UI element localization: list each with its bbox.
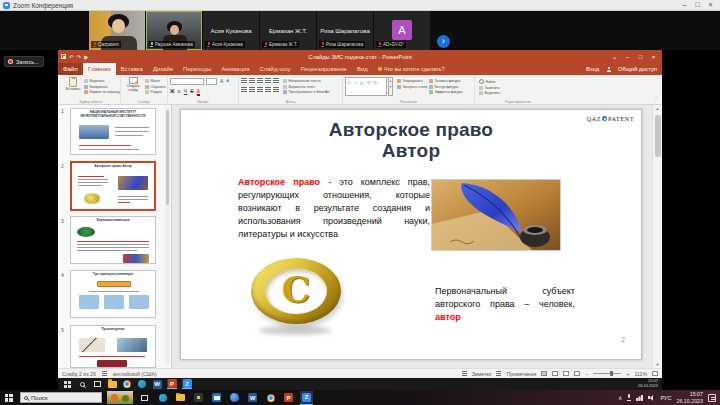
indent-decrease-icon[interactable] — [257, 78, 263, 83]
weather-widget[interactable] — [107, 391, 133, 404]
indent-increase-icon[interactable] — [265, 78, 271, 83]
volume-icon[interactable] — [648, 395, 655, 401]
arrange-button[interactable]: Упорядочить — [397, 79, 427, 83]
undo-icon[interactable]: ↶ — [69, 54, 74, 60]
font-name-select[interactable]: ⌄ — [170, 78, 204, 85]
justify-icon[interactable] — [265, 87, 271, 92]
find-button[interactable]: Найти — [479, 79, 500, 84]
slide-scrollbar[interactable]: ▲ ▼ — [652, 105, 662, 368]
shared-word-icon[interactable]: W — [152, 379, 162, 389]
taskbar-clock[interactable]: 15:07 26.10.2023 — [676, 391, 703, 404]
zoom-out-icon[interactable]: − — [585, 371, 588, 377]
scroll-down-icon[interactable]: ▼ — [653, 362, 662, 367]
slide-thumbnail-5[interactable]: Произведение — [70, 325, 156, 368]
fit-slide-icon[interactable] — [652, 371, 658, 376]
ppt-minimize-icon[interactable]: – — [622, 54, 633, 60]
shapes-gallery-scroll[interactable]: ▲▼ — [388, 77, 393, 96]
minimize-icon[interactable]: – — [678, 0, 691, 10]
tab-insert[interactable]: Вставка — [116, 63, 148, 75]
align-center-icon[interactable] — [249, 87, 255, 92]
quick-styles-button[interactable]: Экспресс-стили — [397, 85, 427, 89]
shared-zoom-icon[interactable]: Z — [182, 379, 192, 389]
text-direction-button[interactable]: Направление текста — [283, 79, 330, 83]
quill-pen-image[interactable] — [431, 179, 561, 251]
numbering-icon[interactable] — [249, 78, 255, 83]
font-size-select[interactable] — [206, 78, 217, 85]
ppt-restore-icon[interactable]: □ — [635, 54, 646, 60]
tab-transitions[interactable]: Переходы — [178, 63, 216, 75]
edge-icon[interactable] — [156, 391, 169, 405]
italic-button[interactable]: К — [178, 89, 181, 94]
scrollbar-thumb[interactable] — [655, 115, 661, 157]
slide-note-text[interactable]: Первоначальный субъект авторского права … — [435, 285, 575, 324]
chrome-icon[interactable] — [264, 391, 277, 405]
format-painter-button[interactable]: Формат по образцу — [84, 90, 120, 94]
align-right-icon[interactable] — [257, 87, 263, 92]
align-left-icon[interactable] — [241, 87, 247, 92]
tab-design[interactable]: Дизайн — [148, 63, 178, 75]
participant-video-tile[interactable]: Раушан Акжанова — [146, 11, 202, 50]
participant-tile[interactable]: Асия Куканова Асия Куканова — [203, 11, 259, 50]
slide-thumbnail-1[interactable]: НАЦИОНАЛЬНЫЙ ИНСТИТУТ ИНТЕЛЛЕКТУАЛЬНОЙ С… — [70, 108, 156, 155]
tray-mic-icon[interactable] — [627, 394, 631, 401]
bullets-icon[interactable] — [241, 78, 247, 83]
language-status[interactable]: английский (США) — [113, 371, 157, 377]
participant-tile[interactable]: Риза Шарапатова Риза Шарапатова — [317, 11, 373, 50]
powerpoint-icon[interactable]: P — [282, 391, 295, 405]
ppt-close-icon[interactable]: × — [648, 54, 659, 60]
copyright-symbol-image[interactable]: C — [251, 258, 341, 324]
underline-button[interactable]: Ч — [184, 88, 187, 94]
shared-edge-icon[interactable] — [137, 379, 147, 389]
participant-tile[interactable]: A AD+D¼D° — [374, 11, 430, 50]
align-text-button[interactable]: Выровнять текст — [283, 85, 330, 89]
reading-view-icon[interactable] — [563, 371, 569, 376]
shared-taskview-icon[interactable] — [92, 379, 102, 389]
close-icon[interactable]: × — [704, 0, 717, 10]
zoom-in-icon[interactable]: + — [626, 371, 629, 377]
network-icon[interactable] — [636, 395, 643, 401]
layout-button[interactable]: Макет — [145, 79, 166, 83]
copy-button[interactable]: Копировать — [84, 85, 120, 89]
keyboard-language[interactable]: РУС — [660, 395, 671, 401]
shared-powerpoint-icon[interactable]: P — [167, 379, 177, 389]
slideshow-icon[interactable]: ▶ — [84, 54, 88, 60]
shared-start-button[interactable] — [62, 379, 72, 389]
shared-file-explorer-icon[interactable] — [107, 379, 117, 389]
shared-clock[interactable]: 15:07 26.10.2023 — [638, 379, 658, 389]
zoom-app-taskbar-icon[interactable]: Z — [300, 391, 313, 405]
scroll-up-icon[interactable]: ▲ — [653, 106, 662, 111]
slide-title[interactable]: Авторское право Автор — [181, 119, 641, 161]
slide-sorter-icon[interactable] — [552, 371, 558, 376]
tab-animations[interactable]: Анимация — [216, 63, 254, 75]
line-spacing-icon[interactable] — [273, 78, 279, 83]
participant-tile[interactable]: Ермахан Ж.Т. Ермахан Ж.Т. — [260, 11, 316, 50]
shared-chrome-icon[interactable] — [122, 379, 132, 389]
mail-app-icon[interactable] — [210, 391, 223, 405]
comments-toggle[interactable]: Примечания — [506, 371, 536, 377]
shape-fill-button[interactable]: Заливка фигуры — [429, 79, 463, 83]
taskbar-search-input[interactable]: Поиск — [20, 392, 102, 403]
word-icon[interactable]: W — [246, 391, 259, 405]
strikethrough-button[interactable]: S — [190, 88, 193, 94]
tab-view[interactable]: Вид — [352, 63, 373, 75]
normal-view-icon[interactable] — [541, 371, 547, 376]
tab-home[interactable]: Главная — [83, 63, 116, 75]
columns-icon[interactable] — [273, 87, 279, 92]
file-explorer-icon[interactable] — [174, 391, 187, 405]
smartart-button[interactable]: Преобразовать в SmartArt — [283, 90, 330, 94]
participant-video-tile[interactable]: Qazpatent — [89, 11, 145, 50]
maximize-icon[interactable]: □ — [691, 0, 704, 10]
replace-button[interactable]: Заменить — [479, 86, 500, 90]
tab-review[interactable]: Рецензирование — [296, 63, 352, 75]
onedrive-icon[interactable] — [228, 391, 241, 405]
next-participants-button[interactable]: › — [437, 35, 450, 48]
store-app-icon[interactable] — [192, 391, 205, 405]
save-icon[interactable] — [61, 54, 66, 59]
start-button[interactable] — [2, 391, 15, 405]
shape-outline-button[interactable]: Контур фигуры — [429, 85, 463, 89]
sign-in-button[interactable]: Вход — [586, 66, 599, 72]
slide-body-text[interactable]: Авторское право - это комплекс прав, рег… — [238, 176, 430, 241]
new-slide-button[interactable]: Создать слайд — [122, 77, 144, 92]
slide-thumbnail-3[interactable]: Бернская конвенция — [70, 216, 156, 264]
tab-slideshow[interactable]: Слайд-шоу — [254, 63, 295, 75]
